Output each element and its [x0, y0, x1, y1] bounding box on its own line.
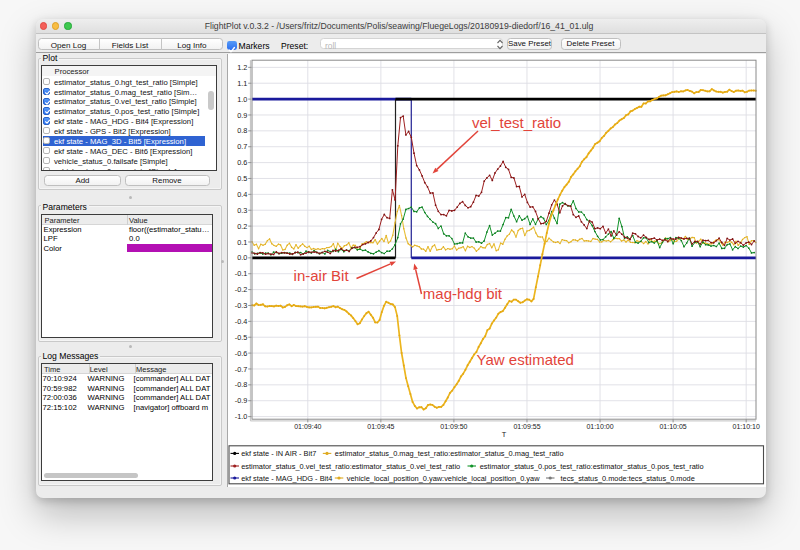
svg-text:-0.9: -0.9	[235, 396, 248, 405]
svg-text:tecs_status_0.mode:tecs_status: tecs_status_0.mode:tecs_status_0.mode	[561, 474, 695, 483]
svg-text:0.6: 0.6	[237, 158, 247, 167]
svg-text:estimator_status_0.mag_test_ra: estimator_status_0.mag_test_ratio:estima…	[335, 449, 564, 458]
svg-text:1.1: 1.1	[237, 79, 247, 88]
svg-text:1.0: 1.0	[237, 95, 247, 104]
svg-text:01:10:05: 01:10:05	[659, 423, 686, 430]
svg-text:in-air Bit: in-air Bit	[294, 267, 350, 284]
svg-text:-0.2: -0.2	[235, 285, 248, 294]
svg-text:0.1: 0.1	[237, 238, 247, 247]
svg-text:-1.0: -1.0	[235, 412, 248, 421]
svg-text:0.7: 0.7	[237, 142, 247, 151]
svg-text:estimator_status_0.vel_test_ra: estimator_status_0.vel_test_ratio:estima…	[241, 462, 460, 471]
svg-text:ekf state - MAG_HDG - Bit4: ekf state - MAG_HDG - Bit4	[241, 474, 332, 483]
svg-text:Yaw estimated: Yaw estimated	[477, 351, 574, 368]
svg-text:0.2: 0.2	[237, 222, 247, 231]
svg-text:T: T	[502, 430, 507, 439]
svg-text:01:10:10: 01:10:10	[733, 423, 760, 430]
svg-text:-0.1: -0.1	[235, 269, 248, 278]
svg-text:01:09:55: 01:09:55	[513, 423, 540, 430]
svg-text:0.9: 0.9	[237, 111, 247, 120]
svg-text:-0.4: -0.4	[235, 317, 248, 326]
svg-text:-0.8: -0.8	[235, 380, 248, 389]
svg-text:-0.7: -0.7	[235, 365, 248, 374]
svg-text:0.4: 0.4	[237, 190, 247, 199]
svg-text:0.8: 0.8	[237, 126, 247, 135]
svg-text:-0.6: -0.6	[235, 349, 248, 358]
svg-text:ekf state - IN AIR - Bit7: ekf state - IN AIR - Bit7	[241, 449, 316, 458]
svg-text:vehicle_local_position_0.yaw:v: vehicle_local_position_0.yaw:vehicle_loc…	[347, 474, 540, 483]
svg-text:01:09:50: 01:09:50	[440, 423, 467, 430]
svg-text:01:10:00: 01:10:00	[586, 423, 613, 430]
svg-text:mag-hdg bit: mag-hdg bit	[423, 285, 503, 302]
svg-text:1.2: 1.2	[237, 63, 247, 72]
svg-text:vel_test_ratio: vel_test_ratio	[472, 114, 561, 131]
svg-text:-0.3: -0.3	[235, 301, 248, 310]
svg-text:-0.5: -0.5	[235, 333, 248, 342]
svg-text:0.0: 0.0	[237, 253, 247, 262]
svg-text:0.5: 0.5	[237, 174, 247, 183]
svg-text:0.3: 0.3	[237, 206, 247, 215]
svg-text:01:09:45: 01:09:45	[367, 423, 394, 430]
svg-text:estimator_status_0.pos_test_ra: estimator_status_0.pos_test_ratio:estima…	[480, 462, 704, 471]
svg-text:01:09:40: 01:09:40	[294, 423, 321, 430]
